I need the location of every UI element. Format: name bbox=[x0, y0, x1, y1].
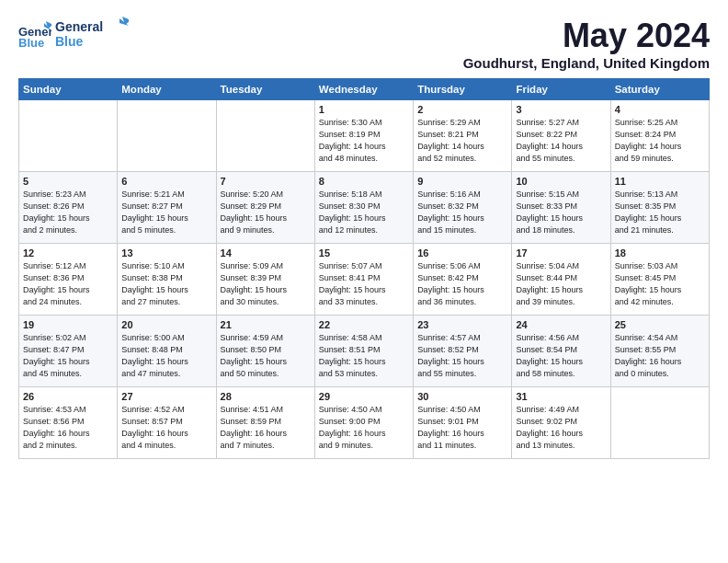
day-number: 3 bbox=[516, 104, 606, 115]
day-info: Sunrise: 5:15 AM Sunset: 8:33 PM Dayligh… bbox=[516, 189, 606, 236]
week-row-1: 1Sunrise: 5:30 AM Sunset: 8:19 PM Daylig… bbox=[19, 100, 710, 172]
day-number: 2 bbox=[417, 104, 507, 115]
day-info: Sunrise: 4:56 AM Sunset: 8:54 PM Dayligh… bbox=[516, 332, 606, 380]
day-info: Sunrise: 4:53 AM Sunset: 8:56 PM Dayligh… bbox=[23, 404, 113, 452]
day-info: Sunrise: 4:49 AM Sunset: 9:02 PM Dayligh… bbox=[516, 404, 606, 452]
day-info: Sunrise: 4:54 AM Sunset: 8:55 PM Dayligh… bbox=[615, 332, 705, 380]
day-info: Sunrise: 5:02 AM Sunset: 8:47 PM Dayligh… bbox=[23, 332, 113, 380]
calendar-cell: 17Sunrise: 5:04 AM Sunset: 8:44 PM Dayli… bbox=[512, 244, 610, 316]
day-number: 7 bbox=[221, 176, 311, 187]
col-saturday: Saturday bbox=[610, 79, 709, 100]
day-info: Sunrise: 4:59 AM Sunset: 8:50 PM Dayligh… bbox=[221, 332, 311, 380]
calendar-cell: 18Sunrise: 5:03 AM Sunset: 8:45 PM Dayli… bbox=[610, 244, 709, 316]
day-number: 16 bbox=[417, 247, 507, 259]
header: General Blue General Blue May 2024 Goudh… bbox=[18, 17, 710, 71]
svg-text:General: General bbox=[55, 19, 103, 34]
month-title: May 2024 bbox=[463, 17, 710, 55]
logo-icon: General Blue bbox=[18, 19, 51, 52]
svg-text:Blue: Blue bbox=[18, 36, 44, 50]
calendar-cell: 10Sunrise: 5:15 AM Sunset: 8:33 PM Dayli… bbox=[512, 172, 610, 244]
day-number: 21 bbox=[221, 319, 311, 330]
day-info: Sunrise: 4:50 AM Sunset: 9:00 PM Dayligh… bbox=[319, 404, 409, 452]
calendar-cell: 11Sunrise: 5:13 AM Sunset: 8:35 PM Dayli… bbox=[610, 172, 709, 244]
calendar-cell: 4Sunrise: 5:25 AM Sunset: 8:24 PM Daylig… bbox=[610, 100, 709, 172]
week-row-2: 5Sunrise: 5:23 AM Sunset: 8:26 PM Daylig… bbox=[19, 172, 710, 244]
day-number: 12 bbox=[23, 247, 113, 259]
day-number: 17 bbox=[516, 247, 606, 259]
day-number: 10 bbox=[516, 176, 606, 187]
logo: General Blue General Blue bbox=[18, 17, 129, 55]
calendar-cell: 29Sunrise: 4:50 AM Sunset: 9:00 PM Dayli… bbox=[314, 387, 413, 459]
calendar-cell: 27Sunrise: 4:52 AM Sunset: 8:57 PM Dayli… bbox=[118, 387, 216, 459]
calendar-cell: 16Sunrise: 5:06 AM Sunset: 8:42 PM Dayli… bbox=[414, 244, 512, 316]
day-number: 6 bbox=[121, 176, 211, 187]
calendar-cell bbox=[118, 100, 216, 172]
col-friday: Friday bbox=[512, 79, 610, 100]
title-block: May 2024 Goudhurst, England, United King… bbox=[463, 17, 710, 71]
day-number: 4 bbox=[615, 104, 705, 115]
day-number: 23 bbox=[417, 319, 507, 330]
calendar-cell: 19Sunrise: 5:02 AM Sunset: 8:47 PM Dayli… bbox=[19, 316, 118, 387]
calendar-cell: 1Sunrise: 5:30 AM Sunset: 8:19 PM Daylig… bbox=[314, 100, 413, 172]
day-info: Sunrise: 5:16 AM Sunset: 8:32 PM Dayligh… bbox=[417, 189, 507, 236]
day-number: 11 bbox=[615, 176, 705, 187]
day-info: Sunrise: 5:03 AM Sunset: 8:45 PM Dayligh… bbox=[615, 260, 705, 308]
day-info: Sunrise: 4:51 AM Sunset: 8:59 PM Dayligh… bbox=[221, 404, 311, 452]
day-info: Sunrise: 5:13 AM Sunset: 8:35 PM Dayligh… bbox=[615, 189, 705, 236]
day-number: 18 bbox=[615, 247, 705, 259]
calendar-cell: 9Sunrise: 5:16 AM Sunset: 8:32 PM Daylig… bbox=[414, 172, 512, 244]
day-info: Sunrise: 4:50 AM Sunset: 9:01 PM Dayligh… bbox=[417, 404, 507, 452]
calendar-cell: 8Sunrise: 5:18 AM Sunset: 8:30 PM Daylig… bbox=[314, 172, 413, 244]
day-number: 24 bbox=[516, 319, 606, 330]
day-info: Sunrise: 4:58 AM Sunset: 8:51 PM Dayligh… bbox=[319, 332, 409, 380]
day-info: Sunrise: 4:52 AM Sunset: 8:57 PM Dayligh… bbox=[121, 404, 211, 452]
col-thursday: Thursday bbox=[414, 79, 512, 100]
day-number: 26 bbox=[23, 391, 113, 402]
col-monday: Monday bbox=[118, 79, 216, 100]
day-info: Sunrise: 5:30 AM Sunset: 8:19 PM Dayligh… bbox=[319, 117, 409, 165]
day-info: Sunrise: 5:27 AM Sunset: 8:22 PM Dayligh… bbox=[516, 117, 606, 165]
calendar-cell: 7Sunrise: 5:20 AM Sunset: 8:29 PM Daylig… bbox=[216, 172, 314, 244]
calendar-cell: 12Sunrise: 5:12 AM Sunset: 8:36 PM Dayli… bbox=[19, 244, 118, 316]
col-sunday: Sunday bbox=[19, 79, 118, 100]
week-row-4: 19Sunrise: 5:02 AM Sunset: 8:47 PM Dayli… bbox=[19, 316, 710, 387]
calendar-cell: 15Sunrise: 5:07 AM Sunset: 8:41 PM Dayli… bbox=[314, 244, 413, 316]
day-number: 20 bbox=[121, 319, 211, 330]
calendar-table: Sunday Monday Tuesday Wednesday Thursday… bbox=[18, 78, 710, 459]
calendar-cell: 21Sunrise: 4:59 AM Sunset: 8:50 PM Dayli… bbox=[216, 316, 314, 387]
day-number: 15 bbox=[319, 247, 409, 259]
day-number: 28 bbox=[221, 391, 311, 402]
day-info: Sunrise: 5:21 AM Sunset: 8:27 PM Dayligh… bbox=[121, 189, 211, 236]
calendar-cell: 30Sunrise: 4:50 AM Sunset: 9:01 PM Dayli… bbox=[414, 387, 512, 459]
weekday-header-row: Sunday Monday Tuesday Wednesday Thursday… bbox=[19, 79, 710, 100]
location: Goudhurst, England, United Kingdom bbox=[463, 55, 710, 71]
calendar-cell: 26Sunrise: 4:53 AM Sunset: 8:56 PM Dayli… bbox=[19, 387, 118, 459]
day-info: Sunrise: 5:18 AM Sunset: 8:30 PM Dayligh… bbox=[319, 189, 409, 236]
day-info: Sunrise: 5:29 AM Sunset: 8:21 PM Dayligh… bbox=[417, 117, 507, 165]
day-number: 19 bbox=[23, 319, 113, 330]
calendar-cell: 25Sunrise: 4:54 AM Sunset: 8:55 PM Dayli… bbox=[610, 316, 709, 387]
calendar-cell: 31Sunrise: 4:49 AM Sunset: 9:02 PM Dayli… bbox=[512, 387, 610, 459]
week-row-3: 12Sunrise: 5:12 AM Sunset: 8:36 PM Dayli… bbox=[19, 244, 710, 316]
calendar-cell: 22Sunrise: 4:58 AM Sunset: 8:51 PM Dayli… bbox=[314, 316, 413, 387]
day-info: Sunrise: 5:00 AM Sunset: 8:48 PM Dayligh… bbox=[121, 332, 211, 380]
day-number: 27 bbox=[121, 391, 211, 402]
col-tuesday: Tuesday bbox=[216, 79, 314, 100]
calendar-cell: 3Sunrise: 5:27 AM Sunset: 8:22 PM Daylig… bbox=[512, 100, 610, 172]
svg-text:Blue: Blue bbox=[55, 34, 84, 49]
day-number: 1 bbox=[319, 104, 409, 115]
page: General Blue General Blue May 2024 Goudh… bbox=[0, 0, 728, 468]
calendar-cell bbox=[610, 387, 709, 459]
day-number: 30 bbox=[417, 391, 507, 402]
calendar-cell bbox=[216, 100, 314, 172]
day-number: 31 bbox=[516, 391, 606, 402]
day-info: Sunrise: 5:06 AM Sunset: 8:42 PM Dayligh… bbox=[417, 260, 507, 308]
day-info: Sunrise: 5:09 AM Sunset: 8:39 PM Dayligh… bbox=[221, 260, 311, 308]
day-info: Sunrise: 5:12 AM Sunset: 8:36 PM Dayligh… bbox=[23, 260, 113, 308]
day-number: 29 bbox=[319, 391, 409, 402]
calendar-cell: 13Sunrise: 5:10 AM Sunset: 8:38 PM Dayli… bbox=[118, 244, 216, 316]
day-info: Sunrise: 5:20 AM Sunset: 8:29 PM Dayligh… bbox=[221, 189, 311, 236]
day-number: 14 bbox=[221, 247, 311, 259]
day-number: 5 bbox=[23, 176, 113, 187]
day-info: Sunrise: 5:07 AM Sunset: 8:41 PM Dayligh… bbox=[319, 260, 409, 308]
